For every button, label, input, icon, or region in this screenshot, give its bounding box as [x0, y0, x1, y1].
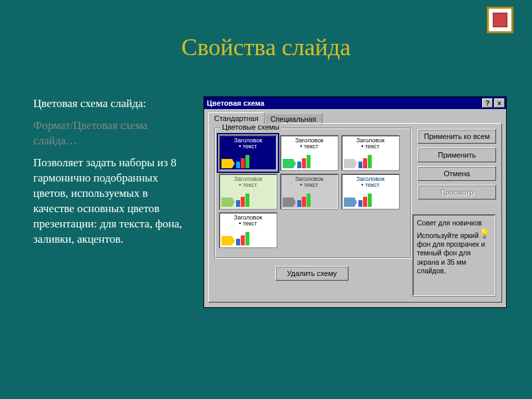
color-scheme-option-5[interactable]: Заголовок• текст [341, 174, 400, 209]
tab-panel: Цветовые схемы Заголовок• текстЗаголовок… [208, 123, 502, 303]
shape-icon [283, 159, 296, 168]
apply-all-button[interactable]: Применить ко всем [418, 129, 496, 144]
scheme-preview [221, 155, 275, 168]
shape-icon [344, 198, 357, 207]
help-button[interactable]: ? [482, 98, 493, 108]
shape-icon [221, 159, 235, 168]
color-schemes-groupbox: Цветовые схемы Заголовок• текстЗаголовок… [214, 128, 411, 258]
shape-icon [283, 198, 296, 207]
preview-button[interactable]: Просмотр [418, 185, 496, 200]
scheme-preview [344, 155, 397, 168]
scheme-text: • текст [344, 144, 397, 150]
presentation-app-icon-inner [493, 13, 507, 27]
scheme-preview [221, 232, 275, 245]
scheme-preview [283, 194, 336, 207]
scheme-text: • текст [283, 182, 336, 189]
tab-standard[interactable]: Стандартная [208, 112, 265, 124]
description-panel: Цветовая схема слайда: Формат/Цветовая с… [33, 96, 186, 253]
apply-button[interactable]: Применить [418, 148, 496, 162]
chart-icon [297, 156, 336, 168]
color-scheme-option-0[interactable]: Заголовок• текст [219, 135, 277, 171]
chart-icon [297, 195, 336, 207]
shape-icon [221, 236, 235, 245]
tabs: Стандартная Специальная [204, 109, 506, 123]
color-scheme-option-2[interactable]: Заголовок• текст [341, 135, 400, 171]
desc-body: Позволяет задать наборы из 8 гармонично … [33, 156, 186, 247]
chart-icon [358, 195, 397, 207]
color-scheme-dialog: Цветовая схема ? × Стандартная Специальн… [203, 96, 507, 308]
desc-line-1: Цветовая схема слайда: [33, 96, 186, 112]
dialog-title: Цветовая схема [205, 99, 481, 107]
color-scheme-option-4[interactable]: Заголовок• текст [280, 174, 338, 209]
shape-icon [221, 198, 235, 207]
scheme-grid: Заголовок• текстЗаголовок• текстЗаголово… [215, 128, 410, 255]
scheme-text: • текст [221, 221, 275, 227]
scheme-preview [344, 194, 397, 207]
chart-icon [236, 233, 275, 245]
scheme-text: • текст [283, 144, 336, 150]
page-title: Свойства слайда [0, 33, 532, 61]
scheme-text: • текст [221, 144, 275, 150]
shape-icon [344, 159, 357, 168]
desc-menu-path: Формат/Цветовая схема слайда… [33, 118, 186, 149]
delete-scheme-button[interactable]: Удалить схему [275, 266, 348, 281]
chart-icon [236, 195, 275, 207]
dialog-titlebar: Цветовая схема ? × [204, 97, 506, 109]
cancel-button[interactable]: Отмена [418, 166, 496, 181]
color-scheme-option-1[interactable]: Заголовок• текст [280, 135, 338, 171]
tip-box: Совет для новичков 💡 Используйте яркий ф… [412, 214, 496, 297]
color-scheme-option-3[interactable]: Заголовок• текст [219, 174, 277, 209]
close-button[interactable]: × [494, 98, 505, 108]
scheme-preview [221, 194, 275, 207]
color-scheme-option-6[interactable]: Заголовок• текст [219, 212, 277, 248]
chart-icon [236, 156, 275, 168]
lightbulb-icon: 💡 [479, 228, 490, 240]
scheme-text: • текст [344, 182, 397, 189]
groupbox-label: Цветовые схемы [220, 123, 281, 131]
scheme-text: • текст [221, 182, 275, 189]
tip-title: Совет для новичков [417, 219, 491, 227]
chart-icon [358, 156, 397, 168]
scheme-preview [283, 155, 336, 168]
presentation-app-icon [487, 7, 513, 33]
